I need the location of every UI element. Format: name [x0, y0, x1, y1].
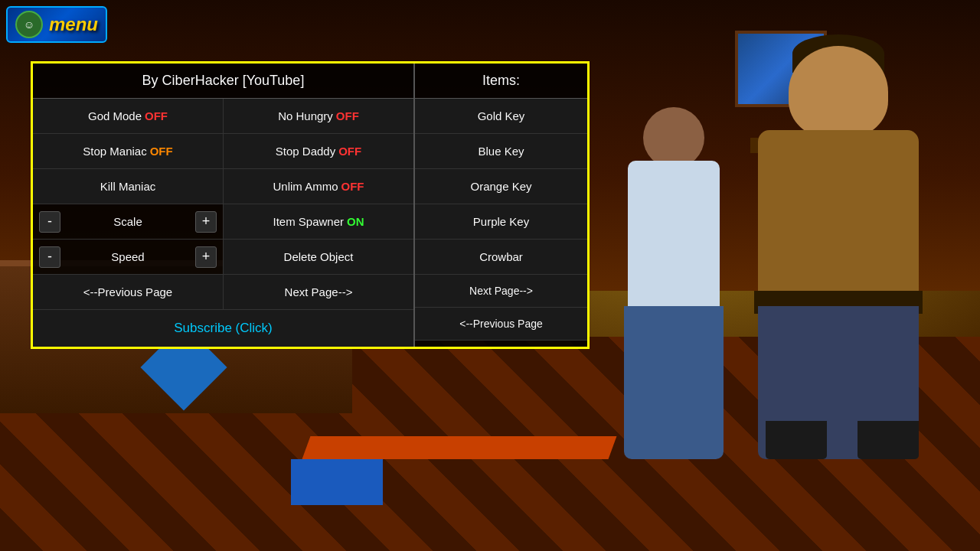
- stop-daddy-button[interactable]: Stop Daddy OFF: [224, 134, 413, 168]
- char-big-boots-left: [766, 421, 827, 459]
- stop-maniac-button[interactable]: Stop ManiacOFF: [33, 134, 224, 168]
- menu-icon-face: ☺: [24, 18, 34, 31]
- unlim-ammo-button[interactable]: Unlim Ammo OFF: [224, 169, 413, 204]
- left-panel-header: By CiberHacker [YouTube]: [33, 64, 413, 99]
- orange-key-button[interactable]: Orange Key: [415, 169, 587, 204]
- char-slim: [612, 107, 735, 474]
- item-spawner-label: Item Spawner: [273, 215, 344, 228]
- menu-icon: ☺: [15, 11, 43, 38]
- row-stop-maniac: Stop ManiacOFF Stop Daddy OFF: [33, 134, 413, 169]
- scale-plus-button[interactable]: +: [195, 211, 217, 233]
- kill-maniac-label: Kill Maniac: [100, 180, 156, 193]
- left-prev-page-button[interactable]: <--Previous Page: [33, 275, 224, 309]
- char-slim-body: [628, 161, 720, 314]
- stop-daddy-status: OFF: [338, 145, 361, 158]
- stop-maniac-label: Stop Maniac: [83, 145, 146, 158]
- stop-daddy-label: Stop Daddy: [276, 145, 335, 158]
- no-hungry-button[interactable]: No Hungry OFF: [224, 99, 413, 133]
- unlim-ammo-status: OFF: [341, 180, 364, 193]
- right-prev-page-button[interactable]: <--Previous Page: [415, 308, 587, 341]
- purple-key-button[interactable]: Purple Key: [415, 204, 587, 240]
- right-panel: Items: Gold Key Blue Key Orange Key Purp…: [415, 64, 587, 347]
- item-spawner-button[interactable]: Item Spawner ON: [224, 204, 413, 239]
- delete-object-button[interactable]: Delete Object: [224, 240, 413, 274]
- speed-control: - Speed +: [33, 240, 224, 274]
- row-speed-delete: - Speed + Delete Object: [33, 240, 413, 275]
- right-next-page-button[interactable]: Next Page-->: [415, 275, 587, 308]
- speed-plus-button[interactable]: +: [195, 246, 217, 268]
- crowbar-button[interactable]: Crowbar: [415, 240, 587, 275]
- row-god-mode: God Mode OFF No Hungry OFF: [33, 99, 413, 134]
- speed-label: Speed: [65, 250, 191, 263]
- god-mode-label: God Mode: [88, 109, 142, 122]
- char-big-body: [758, 130, 919, 306]
- kill-maniac-button[interactable]: Kill Maniac: [33, 169, 224, 204]
- char-slim-head: [643, 107, 704, 168]
- overlay-panel: By CiberHacker [YouTube] God Mode OFF No…: [31, 61, 590, 349]
- left-next-page-button[interactable]: Next Page-->: [224, 275, 413, 309]
- no-hungry-label: No Hungry: [278, 109, 333, 122]
- no-hungry-status: OFF: [336, 109, 359, 122]
- item-spawner-status: ON: [347, 215, 364, 228]
- menu-label: menu: [49, 14, 98, 35]
- char-slim-pants: [624, 306, 724, 459]
- char-big-head: [789, 46, 888, 138]
- blue-key-button[interactable]: Blue Key: [415, 134, 587, 169]
- char-big: [750, 46, 934, 474]
- menu-button[interactable]: ☺ menu: [6, 6, 107, 43]
- scale-control: - Scale +: [33, 204, 224, 239]
- delete-object-label: Delete Object: [284, 250, 354, 263]
- row-scale-spawner: - Scale + Item Spawner ON: [33, 204, 413, 240]
- god-mode-status: OFF: [145, 109, 168, 122]
- speed-minus-button[interactable]: -: [39, 246, 60, 268]
- char-big-boots-right: [858, 421, 919, 459]
- stop-maniac-status: OFF: [150, 145, 173, 158]
- unlim-ammo-label: Unlim Ammo: [273, 180, 338, 193]
- row-pages: <--Previous Page Next Page-->: [33, 275, 413, 310]
- blue-box: [291, 459, 383, 505]
- row-kill-maniac: Kill Maniac Unlim Ammo OFF: [33, 169, 413, 204]
- items-header: Items:: [415, 64, 587, 99]
- scale-label: Scale: [65, 215, 191, 228]
- gold-key-button[interactable]: Gold Key: [415, 99, 587, 134]
- left-panel: By CiberHacker [YouTube] God Mode OFF No…: [33, 64, 415, 347]
- scale-minus-button[interactable]: -: [39, 211, 60, 233]
- subscribe-button[interactable]: Subscribe (Click): [33, 310, 413, 347]
- god-mode-button[interactable]: God Mode OFF: [33, 99, 224, 133]
